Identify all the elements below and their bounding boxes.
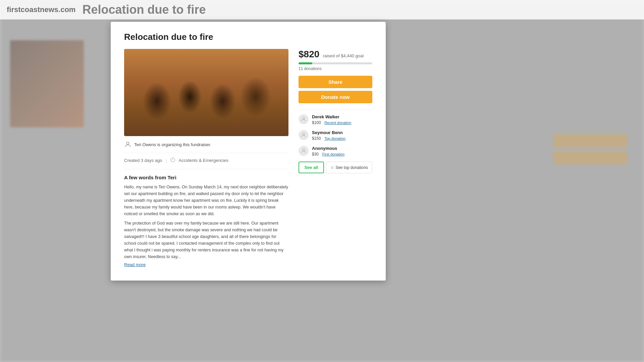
donor-amount-3: $30 (312, 152, 319, 157)
donor-avatar-2 (299, 130, 309, 140)
campaign-card: Relocation due to fire Teri Owens is org… (111, 22, 386, 281)
donor-avatar-1 (299, 114, 309, 124)
created-date: Created 3 days ago (124, 158, 162, 163)
top-donations-button[interactable]: ☆ See top donations (326, 162, 372, 173)
category-icon (170, 157, 175, 164)
read-more-link[interactable]: Read more (124, 262, 288, 267)
story-paragraph-2: The protection of God was over my family… (124, 220, 288, 260)
donor-info-2: Seymour Benn $150 Top donation (312, 130, 372, 141)
progress-bar-wrap (299, 62, 372, 64)
category-text: Accidents & Emergencies (179, 158, 228, 163)
donor-info-1: Derek Walker $100 Recent donation (312, 114, 372, 125)
blurred-share-right (553, 134, 627, 147)
organizer-icon (124, 141, 131, 148)
blurred-photo-left (10, 40, 84, 127)
organizer-text: Teri Owens is organizing this fundraiser… (134, 142, 211, 147)
share-button[interactable]: Share (299, 76, 372, 88)
top-donations-label: See top donations (335, 165, 368, 170)
donate-button[interactable]: Donate now (299, 91, 372, 103)
donor-badge-2: Top donation (324, 136, 345, 140)
right-column: $820 raised of $4,440 goal 11 donations … (299, 49, 372, 267)
see-all-row: See all ☆ See top donations (299, 162, 372, 173)
card-content: Teri Owens is organizing this fundraiser… (124, 49, 372, 267)
donor-avatar-3 (299, 146, 309, 156)
donor-name-2: Seymour Benn (312, 130, 372, 135)
svg-point-0 (126, 142, 129, 144)
donor-info-3: Anonymous $30 First donation (312, 146, 372, 157)
side-left-blur (0, 34, 101, 268)
svg-point-5 (303, 133, 305, 135)
donor-name-1: Derek Walker (312, 114, 372, 119)
donor-badge-1: Recent donation (324, 121, 351, 125)
progress-bar-fill (299, 62, 312, 64)
donor-name-3: Anonymous (312, 146, 372, 151)
news-bar: firstcoastnews.com Relocation due to fir… (0, 0, 644, 19)
story-paragraph-1: Hello, my name is Teri Owens. On Sunday … (124, 184, 288, 217)
svg-point-6 (303, 149, 305, 151)
amount-raised: $820 (299, 49, 319, 59)
donation-item-2: Seymour Benn $150 Top donation (299, 130, 372, 141)
fundraiser-amount-row: $820 raised of $4,440 goal (299, 49, 372, 60)
news-headline: Relocation due to fire (82, 3, 206, 17)
meta-row: Created 3 days ago | Accidents & Emergen… (124, 157, 288, 169)
organizer-row: Teri Owens is organizing this fundraiser… (124, 141, 288, 153)
star-icon: ☆ (330, 165, 334, 170)
donation-list: Derek Walker $100 Recent donation Se (299, 109, 372, 173)
donor-amount-2: $150 (312, 136, 321, 141)
news-logo: firstcoastnews.com (7, 5, 75, 14)
left-column: Teri Owens is organizing this fundraiser… (124, 49, 288, 267)
campaign-image (124, 49, 288, 136)
section-title: A few words from Teri (124, 175, 288, 180)
card-title: Relocation due to fire (124, 32, 372, 42)
donation-item-1: Derek Walker $100 Recent donation (299, 114, 372, 125)
blurred-donate-right (553, 151, 627, 164)
goal-text: raised of $4,440 goal (323, 53, 364, 58)
donor-amount-1: $100 (312, 120, 321, 125)
side-right-blur (543, 34, 644, 268)
svg-point-4 (303, 117, 305, 119)
donations-count: 11 donations (299, 66, 372, 71)
donation-item-3: Anonymous $30 First donation (299, 146, 372, 157)
see-all-button[interactable]: See all (299, 162, 324, 173)
donor-badge-3: First donation (322, 152, 344, 156)
meta-divider: | (165, 158, 166, 163)
photo-simulation (124, 49, 288, 136)
